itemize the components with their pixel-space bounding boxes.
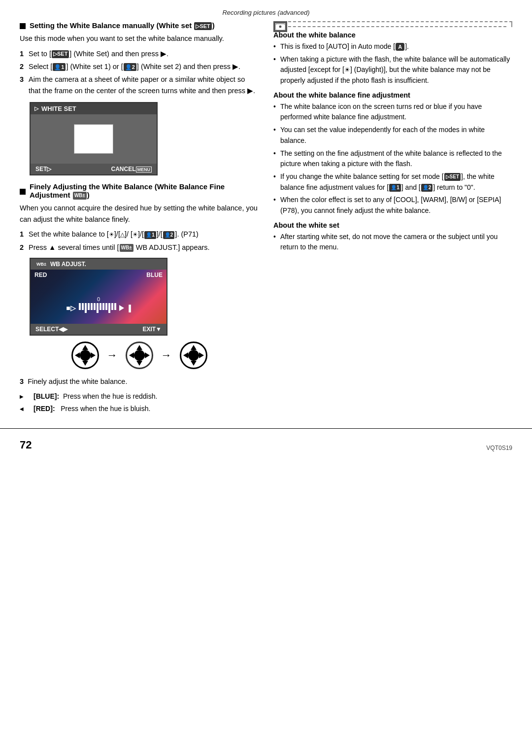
- wb-red-blue-labels: RED BLUE: [31, 272, 166, 278]
- nav-arrow-top-2: [136, 345, 142, 350]
- white-set-screen-body: [31, 114, 157, 164]
- wb-step3-text: 3 Finely adjust the white balance.: [20, 376, 259, 387]
- about-wb-bullets: This is fixed to [AUTO] in Auto mode [A]…: [273, 41, 512, 86]
- white-set-screen: ▷ WHITE SET SET▷ CANCELMENU: [30, 102, 158, 175]
- wb-tick-6: [94, 303, 96, 310]
- set-button-label: SET▷: [35, 166, 51, 172]
- menu-label: MENU: [136, 167, 152, 172]
- step1: 1 Set to [▷SET] (White Set) and then pre…: [20, 48, 259, 59]
- wb-tick-7: [97, 303, 99, 313]
- wb-zero-label: 0: [97, 296, 100, 302]
- right-column: About the white balance This is fixed to…: [273, 21, 512, 418]
- about-ws-bullet-1: After starting white set, do not move th…: [273, 232, 512, 253]
- wb-tick-12: [111, 303, 113, 310]
- auto-mode-icon: A: [396, 43, 404, 51]
- wb-adjust-header: WB± WB ADJUST.: [31, 259, 166, 270]
- wb-right-marker: ▐: [127, 305, 131, 312]
- wb-tick-9: [102, 303, 104, 310]
- wbplus-step-icon: WB±: [120, 244, 133, 252]
- wb-ticks: [79, 303, 116, 313]
- wb-adjust-screen: WB± WB ADJUST. RED BLUE 0 ■▷: [30, 258, 167, 336]
- nav-center-3: [188, 350, 199, 361]
- select-label: SELECT◀▶: [35, 326, 67, 333]
- nav-circle-3: [180, 342, 207, 369]
- info-camera-icon: [273, 21, 287, 32]
- nav-arrow-left-1: [75, 352, 80, 358]
- bullet-square-2-icon: [20, 189, 26, 195]
- svg-point-2: [279, 25, 282, 28]
- white-target-rect: [74, 124, 113, 154]
- wb-adjust-title: WB ADJUST.: [50, 261, 86, 268]
- exit-label: EXIT▼: [142, 326, 162, 333]
- section1-steps: 1 Set to [▷SET] (White Set) and then pre…: [20, 48, 259, 97]
- wb-tick-13: [114, 303, 116, 310]
- fine-adj-bullet-3: The setting on the fine adjustment of th…: [273, 148, 512, 170]
- wb-tick-8: [100, 303, 101, 310]
- section1-heading: Setting the White Balance manually (Whit…: [20, 21, 259, 30]
- step3: 3 Aim the camera at a sheet of white pap…: [20, 74, 259, 96]
- nav-arrow-bottom-1: [82, 361, 88, 366]
- wb1-inline-icon: 👤1: [389, 184, 401, 192]
- wset-header-icon: ▷: [34, 105, 38, 112]
- wb-tick-5: [91, 303, 93, 310]
- wb-tick-1: [79, 303, 81, 310]
- about-wb-bullet-2: When taking a picture with the flash, th…: [273, 54, 512, 86]
- arrow-right-symbol: →: [107, 349, 118, 362]
- wb1-icon: 👤1: [53, 63, 66, 71]
- nav-circle-2: [126, 342, 153, 369]
- wb-arrow-right-icon: [119, 305, 124, 311]
- section2-body: When you cannot acquire the desired hue …: [20, 203, 259, 225]
- nav-arrow-left-2: [129, 352, 134, 358]
- section-white-balance-manual: Setting the White Balance manually (Whit…: [20, 21, 259, 175]
- section2-heading-text: Finely Adjusting the White Balance (Whit…: [30, 182, 259, 200]
- wset-icon: ▷SET: [194, 22, 211, 30]
- wb-dots-icon: ■▷: [66, 304, 75, 312]
- nav-arrow-bottom-3: [191, 361, 197, 366]
- navigation-arrows-diagram: → →: [20, 342, 259, 369]
- model-number: VQT0S19: [486, 445, 512, 451]
- wset-inline-icon: ▷SET: [444, 173, 461, 181]
- about-wb-bullet-1: This is fixed to [AUTO] in Auto mode [A]…: [273, 41, 512, 52]
- page-header: Recording pictures (advanced): [0, 0, 532, 21]
- section-about-wb: About the white balance This is fixed to…: [273, 31, 512, 86]
- wbplus-screen-icon: WB±: [35, 260, 48, 268]
- wset-step1-icon: ▷SET: [52, 50, 69, 58]
- cancel-button-label: CANCELMENU: [111, 166, 152, 172]
- about-ws-bullets: After starting white set, do not move th…: [273, 232, 512, 253]
- nav-arrow-right-1: [91, 352, 96, 358]
- section1-heading-text: Setting the White Balance manually (Whit…: [30, 21, 215, 30]
- camera-svg-icon: [275, 23, 285, 30]
- white-set-screen-header: ▷ WHITE SET: [31, 103, 157, 114]
- wb-step1: 1 Set the white balance to [☀]/[△]/ [☀]/…: [20, 229, 259, 240]
- wb-adjust-footer: SELECT◀▶ EXIT▼: [31, 324, 166, 335]
- page-number: 72: [20, 439, 32, 451]
- wb-scale-bar: 0 ■▷: [31, 296, 166, 313]
- section-wb-fine-adjustment: Finely Adjusting the White Balance (Whit…: [20, 182, 259, 414]
- wb-step3-container: 3 Finely adjust the white balance. [BLUE…: [20, 376, 259, 414]
- wb-tick-3: [85, 303, 87, 313]
- nav-arrow-bottom-2: [136, 361, 142, 366]
- bullet-square-icon: [20, 23, 26, 29]
- wb2-icon: 👤2: [124, 63, 136, 71]
- section-about-fine-adj: About the white balance fine adjustment …: [273, 91, 512, 216]
- white-set-header-label: WHITE SET: [41, 105, 76, 112]
- blue-label: BLUE: [146, 272, 163, 278]
- fine-adj-bullet-5: When the color effect is set to any of […: [273, 195, 512, 216]
- wb-tick-4: [88, 303, 90, 310]
- wb-bullet-red: [RED]: Press when the hue is bluish.: [20, 404, 259, 414]
- fine-adj-bullet-1: The white balance icon on the screen tur…: [273, 102, 512, 123]
- nav-arrow-top-1: [82, 345, 88, 350]
- wb2-inline-icon: 👤2: [421, 184, 433, 192]
- left-column: Setting the White Balance manually (Whit…: [20, 21, 259, 418]
- page-footer: 72 VQT0S19: [0, 428, 532, 456]
- section2-steps: 1 Set the white balance to [☀]/[△]/ [☀]/…: [20, 229, 259, 253]
- arrow-right-symbol-2: →: [161, 349, 172, 362]
- nav-circle-1: [71, 342, 99, 369]
- about-wb-heading: About the white balance: [273, 31, 512, 39]
- wb-tick-2: [82, 303, 84, 310]
- white-set-screen-footer: SET▷ CANCELMENU: [31, 164, 157, 174]
- wb-step2: 2 Press ▲ several times until [WB± WB AD…: [20, 242, 259, 253]
- page-title: Recording pictures (advanced): [222, 9, 309, 16]
- section2-heading: Finely Adjusting the White Balance (Whit…: [20, 182, 259, 200]
- about-fine-adj-heading: About the white balance fine adjustment: [273, 91, 512, 99]
